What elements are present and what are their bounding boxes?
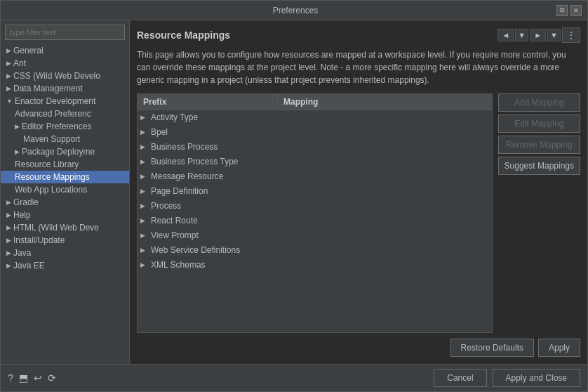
td-mapping — [280, 218, 492, 223]
row-expand-icon: ▶ — [138, 173, 148, 180]
sidebar-item-label: Ant — [13, 58, 26, 68]
td-prefix: Business Process — [148, 140, 280, 154]
tree-container: ▶ General ▶ Ant ▶ CSS (Wild Web Develo ▶… — [1, 44, 129, 364]
window-controls: ⧉ ✕ — [556, 5, 582, 16]
back-dropdown-button[interactable]: ▼ — [515, 29, 528, 41]
cancel-button[interactable]: Cancel — [434, 369, 486, 387]
arrow-icon: ▶ — [6, 262, 11, 269]
arrow-icon: ▶ — [6, 60, 11, 67]
right-header: Resource Mappings ◄ ▼ ► ▼ ⋮ — [137, 27, 580, 43]
back-button[interactable]: ◄ — [497, 29, 514, 41]
menu-button[interactable]: ⋮ — [562, 27, 580, 43]
sidebar-item-install-update[interactable]: ▶ Install/Update — [1, 234, 129, 247]
sidebar-item-label: Enactor Development — [15, 96, 95, 106]
close-button[interactable]: ✕ — [570, 5, 582, 16]
help-icon[interactable]: ? — [8, 372, 13, 384]
table-header: Prefix Mapping — [138, 94, 492, 110]
td-mapping — [280, 204, 492, 208]
table-row[interactable]: ▶ Business Process — [138, 140, 492, 155]
sidebar-item-package-deploy[interactable]: ▶ Package Deployme — [1, 145, 129, 158]
table-row[interactable]: ▶ Bpel — [138, 125, 492, 140]
sidebar-item-label: Resource Mappings — [15, 172, 90, 182]
sidebar-item-label: Data Management — [13, 84, 83, 93]
table-row[interactable]: ▶ Page Definition — [138, 184, 492, 199]
arrow-icon: ▼ — [6, 98, 13, 105]
restore-button[interactable]: ⧉ — [556, 5, 568, 16]
td-prefix: Web Service Definitions — [148, 243, 280, 257]
sidebar-item-html[interactable]: ▶ HTML (Wild Web Deve — [1, 221, 129, 234]
td-mapping — [280, 174, 492, 178]
remove-mapping-button[interactable]: Remove Mapping — [498, 136, 580, 154]
bottom-right-buttons: Cancel Apply and Close — [434, 369, 580, 387]
sidebar-item-advanced-prefs[interactable]: Advanced Preferenc — [1, 107, 129, 120]
table-row[interactable]: ▶ React Route — [138, 214, 492, 228]
sidebar-item-java-ee[interactable]: ▶ Java EE — [1, 259, 129, 272]
row-expand-icon: ▶ — [138, 232, 148, 239]
col-mapping: Mapping — [278, 94, 492, 110]
table-row[interactable]: ▶ View Prompt — [138, 228, 492, 243]
sidebar-item-enactor-dev[interactable]: ▼ Enactor Development — [1, 95, 129, 107]
page-title: Resource Mappings — [137, 30, 230, 41]
edit-mapping-button[interactable]: Edit Mapping — [498, 115, 580, 133]
refresh-icon[interactable]: ⟳ — [48, 372, 56, 384]
sidebar-item-editor-prefs[interactable]: ▶ Editor Preferences — [1, 120, 129, 133]
table-row[interactable]: ▶ Business Process Type — [138, 155, 492, 169]
apply-close-button[interactable]: Apply and Close — [493, 369, 580, 387]
sidebar-item-maven-support[interactable]: Maven Support — [1, 133, 129, 145]
sidebar-item-css[interactable]: ▶ CSS (Wild Web Develo — [1, 70, 129, 82]
td-mapping — [280, 248, 492, 252]
col-prefix: Prefix — [138, 94, 278, 110]
sidebar-item-gradle[interactable]: ▶ Gradle — [1, 196, 129, 209]
td-prefix: View Prompt — [148, 228, 280, 242]
sidebar-item-label: Advanced Preferenc — [15, 109, 91, 119]
add-mapping-button[interactable]: Add Mapping — [498, 93, 580, 112]
filter-input[interactable] — [5, 25, 125, 40]
sidebar-item-label: Maven Support — [23, 134, 80, 144]
sidebar-item-java[interactable]: ▶ Java — [1, 247, 129, 259]
table-row[interactable]: ▶ XML Schemas — [138, 258, 492, 273]
row-expand-icon: ▶ — [138, 143, 148, 150]
bottom-bar: Restore Defaults Apply — [137, 339, 580, 357]
sidebar-item-ant[interactable]: ▶ Ant — [1, 57, 129, 70]
forward-button[interactable]: ► — [530, 29, 546, 41]
arrow-icon: ▶ — [6, 249, 11, 256]
row-expand-icon: ▶ — [138, 217, 148, 224]
td-prefix: Process — [148, 199, 280, 213]
td-prefix: Bpel — [148, 125, 280, 139]
sidebar-item-label: Gradle — [13, 197, 39, 207]
row-expand-icon: ▶ — [138, 202, 148, 209]
sidebar-item-label: Package Deployme — [22, 147, 95, 157]
sidebar-item-web-app-locations[interactable]: Web App Locations — [1, 183, 129, 196]
sidebar-item-label: General — [13, 46, 44, 55]
td-prefix: Business Process Type — [148, 155, 280, 169]
sidebar-item-label: Resource Library — [15, 159, 79, 169]
row-expand-icon: ▶ — [138, 261, 148, 268]
back-nav-icon[interactable]: ↩ — [34, 372, 42, 384]
table-row[interactable]: ▶ Message Resource — [138, 169, 492, 184]
sidebar-item-label: Web App Locations — [15, 185, 87, 195]
table-row[interactable]: ▶ Web Service Definitions — [138, 243, 492, 258]
sidebar-item-data-management[interactable]: ▶ Data Management — [1, 82, 129, 95]
sidebar-item-label: HTML (Wild Web Deve — [13, 223, 99, 233]
preferences-window: Preferences ⧉ ✕ ▶ General ▶ Ant ▶ — [0, 0, 588, 392]
table-row[interactable]: ▶ Process — [138, 199, 492, 214]
right-panel: Resource Mappings ◄ ▼ ► ▼ ⋮ This page al… — [130, 20, 587, 364]
sidebar-item-label: Install/Update — [13, 235, 65, 245]
apply-button[interactable]: Apply — [538, 339, 580, 357]
sidebar-item-help[interactable]: ▶ Help — [1, 209, 129, 221]
arrow-icon: ▶ — [6, 224, 11, 231]
split-icon[interactable]: ⬒ — [19, 372, 28, 384]
td-mapping — [280, 115, 492, 119]
sidebar-item-general[interactable]: ▶ General — [1, 44, 129, 57]
table-row[interactable]: ▶ Activity Type — [138, 110, 492, 125]
row-expand-icon: ▶ — [138, 129, 148, 136]
td-mapping — [280, 130, 492, 134]
td-mapping — [280, 145, 492, 149]
forward-dropdown-button[interactable]: ▼ — [547, 29, 561, 41]
sidebar-item-resource-mappings[interactable]: Resource Mappings — [1, 171, 129, 183]
suggest-mappings-button[interactable]: Suggest Mappings — [498, 157, 580, 175]
row-expand-icon: ▶ — [138, 114, 148, 121]
restore-defaults-button[interactable]: Restore Defaults — [450, 339, 534, 357]
row-expand-icon: ▶ — [138, 188, 148, 195]
sidebar-item-resource-library[interactable]: Resource Library — [1, 158, 129, 171]
